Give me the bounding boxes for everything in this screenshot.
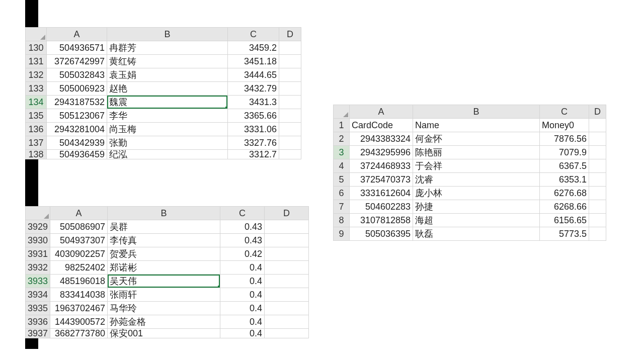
- spreadsheet-1[interactable]: A B C D 130504936571冉群芳3459.213137267429…: [25, 27, 301, 159]
- cell-B[interactable]: 冉群芳: [107, 41, 228, 55]
- table-row[interactable]: 43724468933于会祥6367.5: [334, 159, 606, 173]
- cell-B[interactable]: 李华: [107, 109, 228, 123]
- table-row[interactable]: 9505036395耿磊5773.5: [334, 227, 606, 241]
- cell-A[interactable]: 504937307: [50, 234, 108, 247]
- row-header[interactable]: 137: [26, 136, 47, 150]
- col-header-B[interactable]: B: [108, 207, 220, 220]
- cell-B[interactable]: 何金怀: [413, 132, 540, 146]
- row-header[interactable]: 3931: [26, 247, 50, 261]
- cell-D[interactable]: [279, 136, 301, 150]
- cell-D[interactable]: [589, 214, 606, 227]
- cell-C[interactable]: 6268.66: [540, 200, 589, 214]
- cell-B[interactable]: 尚玉梅: [107, 123, 228, 136]
- cell-C[interactable]: 3431.3: [228, 96, 279, 109]
- cell-C[interactable]: 0.42: [220, 247, 265, 261]
- table-row[interactable]: 137504342939张勤3327.76: [26, 136, 301, 150]
- cell-C[interactable]: 3331.06: [228, 123, 279, 136]
- table-row[interactable]: 1313726742997黄红铸3451.18: [26, 55, 301, 68]
- row-header[interactable]: 3929: [26, 220, 50, 234]
- table-row[interactable]: 3929505086907吴群0.43: [26, 220, 309, 234]
- cell-C[interactable]: 3312.7: [228, 150, 279, 159]
- cell-B[interactable]: 于会祥: [413, 159, 540, 173]
- row-header[interactable]: 131: [26, 55, 47, 68]
- cell-A[interactable]: 504936571: [47, 41, 107, 55]
- table-row[interactable]: 1CardCodeNameMoney0: [334, 119, 606, 132]
- cell-C[interactable]: 6353.1: [540, 173, 589, 187]
- cell-B[interactable]: 吴天伟: [108, 275, 220, 288]
- cell-C[interactable]: 3365.66: [228, 109, 279, 123]
- cell-B[interactable]: 耿磊: [413, 227, 540, 241]
- cell-B[interactable]: 张勤: [107, 136, 228, 150]
- cell-A[interactable]: 505006923: [47, 82, 107, 96]
- table-row[interactable]: 39373682773780保安0010.4: [26, 329, 309, 338]
- row-header[interactable]: 8: [334, 214, 350, 227]
- cell-A[interactable]: CardCode: [350, 119, 413, 132]
- row-header[interactable]: 3935: [26, 302, 50, 315]
- cell-C[interactable]: 6367.5: [540, 159, 589, 173]
- column-header-row[interactable]: A B C D: [26, 207, 309, 220]
- cell-A[interactable]: 2943295996: [350, 146, 413, 159]
- cell-D[interactable]: [279, 123, 301, 136]
- cell-A[interactable]: 505036395: [350, 227, 413, 241]
- row-header[interactable]: 138: [26, 150, 47, 159]
- spreadsheet-3[interactable]: A B C D 1CardCodeNameMoney022943383324何金…: [333, 105, 606, 241]
- cell-D[interactable]: [589, 159, 606, 173]
- table-row[interactable]: 22943383324何金怀7876.56: [334, 132, 606, 146]
- cell-D[interactable]: [265, 275, 309, 288]
- cell-C[interactable]: 6156.65: [540, 214, 589, 227]
- row-header[interactable]: 1: [334, 119, 350, 132]
- table-row[interactable]: 3930504937307李传真0.43: [26, 234, 309, 247]
- cell-B[interactable]: 纪泓: [107, 150, 228, 159]
- spreadsheet-2[interactable]: A B C D 3929505086907吴群0.433930504937307…: [25, 206, 309, 338]
- cell-C[interactable]: 0.4: [220, 261, 265, 275]
- cell-A[interactable]: 1963702467: [50, 302, 108, 315]
- cell-B[interactable]: 庞小林: [413, 187, 540, 200]
- table-row[interactable]: 3934833414038张雨轩0.4: [26, 288, 309, 302]
- cell-A[interactable]: 833414038: [50, 288, 108, 302]
- cell-B[interactable]: 孙捷: [413, 200, 540, 214]
- cell-C[interactable]: 7876.56: [540, 132, 589, 146]
- row-header[interactable]: 3936: [26, 315, 50, 329]
- cell-A[interactable]: 3682773780: [50, 329, 108, 338]
- cell-D[interactable]: [589, 200, 606, 214]
- cell-C[interactable]: 3444.65: [228, 68, 279, 82]
- table-row[interactable]: 135505123067李华3365.66: [26, 109, 301, 123]
- row-header[interactable]: 9: [334, 227, 350, 241]
- cell-A[interactable]: 98252402: [50, 261, 108, 275]
- cell-C[interactable]: 0.4: [220, 315, 265, 329]
- row-header[interactable]: 3: [334, 146, 350, 159]
- cell-C[interactable]: 3432.79: [228, 82, 279, 96]
- cell-A[interactable]: 504936459: [47, 150, 107, 159]
- table-row[interactable]: 63331612604庞小林6276.68: [334, 187, 606, 200]
- cell-A[interactable]: 504342939: [47, 136, 107, 150]
- cell-D[interactable]: [279, 82, 301, 96]
- row-header[interactable]: 3937: [26, 329, 50, 338]
- col-header-D[interactable]: D: [589, 105, 606, 119]
- cell-C[interactable]: 6276.68: [540, 187, 589, 200]
- cell-A[interactable]: 2943187532: [47, 96, 107, 109]
- row-header[interactable]: 3930: [26, 234, 50, 247]
- cell-C[interactable]: 0.43: [220, 234, 265, 247]
- table-row[interactable]: 130504936571冉群芳3459.2: [26, 41, 301, 55]
- cell-A[interactable]: 2943281004: [47, 123, 107, 136]
- cell-D[interactable]: [279, 109, 301, 123]
- cell-D[interactable]: [265, 247, 309, 261]
- cell-D[interactable]: [589, 132, 606, 146]
- col-header-A[interactable]: A: [350, 105, 413, 119]
- cell-B[interactable]: 袁玉娟: [107, 68, 228, 82]
- cell-A[interactable]: 3726742997: [47, 55, 107, 68]
- cell-A[interactable]: 3725470373: [350, 173, 413, 187]
- cell-D[interactable]: [265, 288, 309, 302]
- row-header[interactable]: 136: [26, 123, 47, 136]
- cell-C[interactable]: Money0: [540, 119, 589, 132]
- col-header-B[interactable]: B: [413, 105, 540, 119]
- col-header-A[interactable]: A: [50, 207, 108, 220]
- cell-A[interactable]: 3107812858: [350, 214, 413, 227]
- cell-D[interactable]: [265, 234, 309, 247]
- cell-C[interactable]: 3451.18: [228, 55, 279, 68]
- cell-D[interactable]: [279, 68, 301, 82]
- table-row[interactable]: 3933485196018吴天伟0.4: [26, 275, 309, 288]
- cell-D[interactable]: [279, 96, 301, 109]
- cell-C[interactable]: 5773.5: [540, 227, 589, 241]
- row-header[interactable]: 7: [334, 200, 350, 214]
